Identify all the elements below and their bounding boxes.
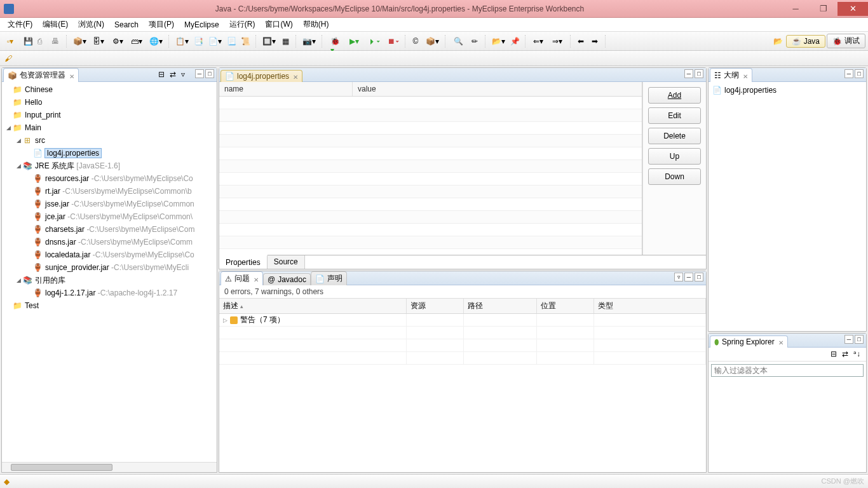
tree-row[interactable]: 🏺 localedata.jar -C:\Users\byme\MyEclips… xyxy=(2,248,217,261)
add-button[interactable]: Add xyxy=(648,87,701,104)
declaration-tab[interactable]: 📄 声明 xyxy=(311,271,347,285)
task-button[interactable]: 📂▾ xyxy=(489,35,507,48)
deploy-button[interactable]: 📦▾ xyxy=(71,35,88,48)
run-last-button[interactable]: ⏵▾ xyxy=(364,35,382,48)
perspective-java[interactable]: ☕ Java xyxy=(786,35,825,48)
perspective-debug[interactable]: 🐞 调试 xyxy=(827,34,865,48)
highlight-button[interactable]: ✏ xyxy=(468,35,481,48)
col-location[interactable]: 位置 xyxy=(537,299,594,313)
menu-edit[interactable]: 编辑(E) xyxy=(37,18,73,31)
web-button[interactable]: 🌐▾ xyxy=(147,35,165,48)
print-button[interactable]: 🖶 xyxy=(50,35,62,48)
menu-navigate[interactable]: 浏览(N) xyxy=(73,18,109,31)
camera-button[interactable]: 📷▾ xyxy=(300,35,318,48)
properties-table[interactable]: name value xyxy=(219,82,642,255)
tree-row[interactable]: ◢ 📚 引用的库 xyxy=(2,274,217,287)
horizontal-scrollbar[interactable] xyxy=(2,462,217,472)
new-button[interactable]: ▫▾ xyxy=(3,35,20,48)
maximize-view-icon[interactable]: □ xyxy=(855,69,864,78)
views-button[interactable]: ▦ xyxy=(279,35,292,48)
expand-icon[interactable]: ◢ xyxy=(15,277,22,283)
down-button[interactable]: Down xyxy=(648,168,701,185)
collapse-icon[interactable]: ⊟ xyxy=(831,349,841,360)
close-button[interactable]: ✕ xyxy=(837,2,868,16)
minimize-view-icon[interactable]: ─ xyxy=(844,69,853,78)
server-button[interactable]: 🗄▾ xyxy=(90,35,107,48)
maximize-view-icon[interactable]: □ xyxy=(855,335,864,344)
maximize-button[interactable]: ❐ xyxy=(810,2,837,16)
spring-explorer-tab[interactable]: ⬮ Spring Explorer ✕ xyxy=(710,336,788,348)
menu-run[interactable]: 运行(R) xyxy=(224,18,261,31)
link-editor-icon[interactable]: ⇄ xyxy=(170,70,180,80)
tree-row[interactable]: 🏺 dnsns.jar -C:\Users\byme\MyEclipse\Com… xyxy=(2,236,217,248)
menu-project[interactable]: 项目(P) xyxy=(144,18,179,31)
save-button[interactable]: 💾 xyxy=(22,35,34,48)
minimize-view-icon[interactable]: ─ xyxy=(684,273,693,281)
col-resource[interactable]: 资源 xyxy=(407,299,464,313)
wizard1-button[interactable]: 📋▾ xyxy=(173,35,191,48)
editor-tab[interactable]: 📄 log4j.properties ✕ xyxy=(220,70,302,82)
minimize-view-icon[interactable]: ─ xyxy=(684,69,693,78)
tree-row[interactable]: ◢ 📁 Main xyxy=(2,121,217,134)
pin-button[interactable]: 📌 xyxy=(508,35,521,48)
menu-myeclipse[interactable]: MyEclipse xyxy=(179,19,224,30)
menu-file[interactable]: 文件(F) xyxy=(3,18,37,31)
brush-icon[interactable]: 🖌 xyxy=(3,52,15,65)
expand-icon[interactable]: ◢ xyxy=(15,137,22,144)
close-icon[interactable]: ✕ xyxy=(778,339,783,344)
debug-button[interactable]: 🐞▾ xyxy=(326,35,344,48)
view-menu-icon[interactable]: ▿ xyxy=(674,273,683,281)
close-icon[interactable]: ✕ xyxy=(69,73,74,78)
edit-button[interactable]: Edit xyxy=(648,107,701,124)
tree-row[interactable]: ◢ ⊞ src xyxy=(2,134,217,147)
tree-row[interactable]: 🏺 rt.jar -C:\Users\byme\MyEclipse\Common… xyxy=(2,185,217,198)
close-icon[interactable]: ✕ xyxy=(254,276,259,281)
properties-tab[interactable]: Properties xyxy=(219,255,268,269)
expand-icon[interactable]: ◢ xyxy=(4,125,12,131)
minimize-view-icon[interactable]: ─ xyxy=(844,335,853,344)
view-menu-icon[interactable]: ▿ xyxy=(181,70,191,80)
back-button[interactable]: ⬅ xyxy=(574,35,587,48)
db-button[interactable]: 🗃▾ xyxy=(128,35,146,48)
tool-button[interactable]: ⚙▾ xyxy=(109,35,126,48)
tree-row[interactable]: 🏺 resources.jar -C:\Users\byme\MyEclipse… xyxy=(2,172,217,185)
spring-filter-input[interactable] xyxy=(711,364,864,377)
tree-row[interactable]: 📁 Chinese xyxy=(2,83,217,96)
open-perspective-button[interactable]: 📂 xyxy=(772,35,785,48)
save-all-button[interactable]: ⎙ xyxy=(36,35,48,48)
external-button[interactable]: ⏹▾ xyxy=(383,35,401,48)
package-tree[interactable]: 📁 Chinese 📁 Hello 📁 Input_print ◢ 📁 Main… xyxy=(2,82,217,462)
link-icon[interactable]: ⇄ xyxy=(842,349,852,360)
warnings-group-row[interactable]: ▷警告（7 项） xyxy=(219,314,706,327)
close-icon[interactable]: ✕ xyxy=(293,74,298,79)
col-path[interactable]: 路径 xyxy=(464,299,537,313)
tree-row[interactable]: 📁 Input_print xyxy=(2,109,217,121)
nav1-button[interactable]: ⇐▾ xyxy=(529,35,547,48)
expand-icon[interactable]: ◢ xyxy=(15,163,22,169)
minimize-view-icon[interactable]: ─ xyxy=(195,69,204,78)
up-button[interactable]: Up xyxy=(648,148,701,165)
tree-row[interactable]: 📄 log4j.properties xyxy=(2,147,217,159)
javadoc-tab[interactable]: @ Javadoc xyxy=(263,273,311,285)
tree-row[interactable]: 🏺 charsets.jar -C:\Users\byme\MyEclipse\… xyxy=(2,223,217,236)
wizard5-button[interactable]: 📜 xyxy=(239,35,252,48)
tree-row[interactable]: 📁 Test xyxy=(2,299,217,312)
col-description[interactable]: 描述 ▴ xyxy=(219,299,407,313)
column-value[interactable]: value xyxy=(353,82,642,96)
problems-tab[interactable]: ⚠ 问题 ✕ xyxy=(220,271,263,285)
tree-row[interactable]: 🏺 jce.jar -C:\Users\byme\MyEclipse\Commo… xyxy=(2,210,217,223)
wizard4-button[interactable]: 📃 xyxy=(225,35,238,48)
wizard3-button[interactable]: 📄▾ xyxy=(206,35,224,48)
outline-tab[interactable]: ☷ 大纲 ✕ xyxy=(710,68,752,82)
tree-row[interactable]: 🏺 log4j-1.2.17.jar -C:\apache-log4j-1.2.… xyxy=(2,287,217,299)
fwd-button[interactable]: ➡ xyxy=(588,35,601,48)
new-class-button[interactable]: © xyxy=(409,35,422,48)
nav2-button[interactable]: ⇒▾ xyxy=(548,35,566,48)
perspective-button[interactable]: 🔲▾ xyxy=(260,35,278,48)
search-button[interactable]: 🔍 xyxy=(449,35,467,48)
maximize-view-icon[interactable]: □ xyxy=(695,69,703,78)
tree-row[interactable]: 📁 Hello xyxy=(2,96,217,109)
tree-row[interactable]: ◢ 📚 JRE 系统库 [JavaSE-1.6] xyxy=(2,159,217,172)
collapse-all-icon[interactable]: ⊟ xyxy=(158,70,168,80)
tree-row[interactable]: 🏺 jsse.jar -C:\Users\byme\MyEclipse\Comm… xyxy=(2,198,217,210)
